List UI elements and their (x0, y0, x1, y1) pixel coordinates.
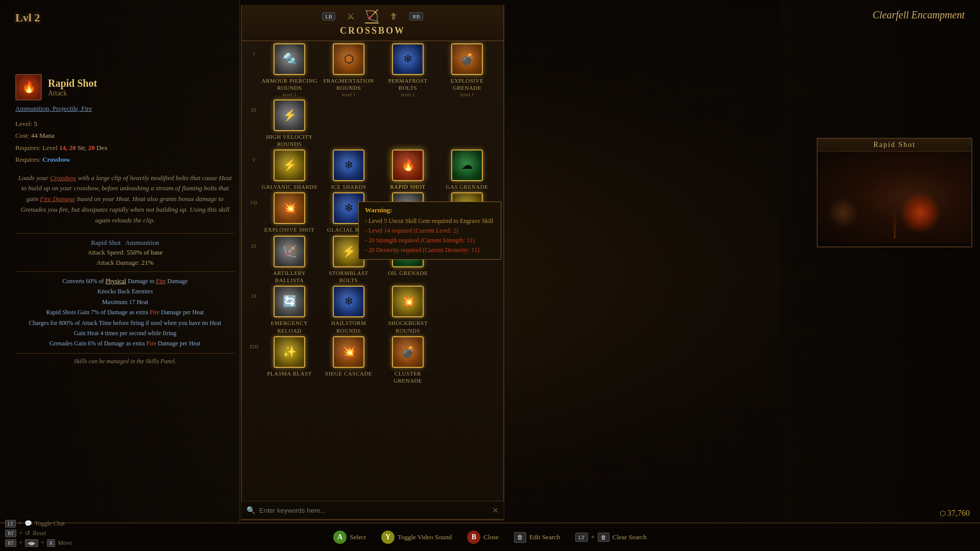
node-explosive-shot[interactable]: 💥 Explosive Shot (261, 192, 317, 233)
node-icon-rapid-shot: 🔥 (392, 149, 424, 181)
node-sublabel-armour-piercing: level 1 (283, 92, 297, 97)
node-label-artillery-ballista: Artillery Ballista (261, 269, 317, 284)
skill-name-block: Rapid Shot Attack (48, 78, 97, 97)
warning-item-3: - 20 Strength required (Current Strength… (365, 236, 495, 245)
character-silhouette (894, 208, 895, 238)
node-label-permafrost: Permafrost Bolts (380, 77, 436, 92)
stat-attack-damage: Attack Damage: 21% (15, 258, 235, 268)
tree-content[interactable]: I 🔩 Armour Piercing Rounds level 1 ⬡ Fra… (242, 41, 503, 517)
skill-tags: Ammunition, Projectile, Fire (15, 105, 235, 113)
toggle-chat-label: Toggle Chat (35, 520, 65, 528)
node-icon-emergency-reload: 🔄 (274, 286, 305, 317)
stat-attack-speed: Attack Speed: 550% of base (15, 247, 235, 258)
trash-icon: 🗑 (514, 532, 526, 543)
b-button[interactable]: B (467, 531, 480, 544)
node-label-galvanic-shards: Galvanic Shards (262, 183, 317, 190)
stat-grenades: Grenades Gain 6% of Damage as extra Fire… (15, 338, 235, 348)
node-emergency-reload[interactable]: 🔄 Emergency Reload (261, 286, 317, 334)
right-panel-bg (781, 0, 980, 551)
currency-display: ⬡ 37,760 (940, 509, 970, 518)
location-name: Clearfell Encampment (872, 9, 965, 21)
node-icon-hailstorm-rounds: ❄ (333, 286, 364, 317)
skill-panel: 🔥 Rapid Shot Attack Ammunition, Projecti… (15, 74, 235, 365)
close-label: Close (483, 533, 499, 541)
row-level-11: XI (246, 286, 261, 299)
row-level-7: VII (246, 192, 261, 206)
node-siege-cascade[interactable]: 💥 Siege Cascade (321, 336, 377, 385)
node-plasma-blast[interactable]: ✨ Plasma Blast (261, 336, 317, 385)
node-gas-grenade[interactable]: ☁ Gas Grenade (439, 149, 495, 190)
toggle-chat-control: LT + 💬 Toggle Chat (5, 520, 72, 528)
node-explosive-grenade-t1[interactable]: 💣 Explosive Grenade level 1 (439, 43, 495, 97)
skills-row-3: ⚡ High Velocity Rounds (261, 99, 499, 148)
reset-control: RT + ↺ Reset (5, 530, 72, 537)
node-icon-gas-grenade: ☁ (451, 149, 483, 181)
row-level-9: IX (246, 236, 261, 249)
panel-header: LB ⚔ 🏹 🗡 RB CROSSBOW (242, 5, 503, 41)
move-control: RT + ◀▶ + R Move (5, 539, 72, 547)
node-high-velocity[interactable]: ⚡ High Velocity Rounds (261, 99, 317, 148)
reset-icon: ↺ (25, 530, 30, 537)
node-label-plasma-blast: Plasma Blast (267, 370, 312, 377)
action-edit-search[interactable]: 🗑 Edit Search (514, 532, 560, 543)
skill-icon: 🔥 (15, 74, 42, 101)
node-icon-siege-cascade: 💥 (333, 336, 364, 368)
node-icon-explosive-grenade-t1: 💣 (451, 43, 483, 75)
node-shockburst-rounds[interactable]: 💥 Shockburst Rounds (380, 286, 436, 334)
level-indicator: Lvl 2 (15, 11, 40, 24)
skill-type: Attack (48, 89, 97, 97)
warning-tooltip: Warning: - Level 5 Uncut Skill Gem requi… (358, 202, 501, 260)
search-bar[interactable]: 🔍 ✕ (241, 501, 504, 519)
node-permafrost[interactable]: ❄ Permafrost Bolts level 1 (380, 43, 436, 97)
node-rapid-shot[interactable]: 🔥 Rapid Shot (380, 149, 436, 190)
node-fragmentation[interactable]: ⬡ Fragmentation Rounds level 1 (321, 43, 377, 97)
node-icon-ice-shards: ❄ (333, 149, 364, 181)
node-label-stormblast-bolts: Stormblast Bolts (321, 269, 377, 284)
search-clear-button[interactable]: ✕ (492, 506, 499, 515)
a-button[interactable]: A (333, 531, 347, 544)
stat-knockback: Knocks Back Enemies (15, 286, 235, 296)
action-select[interactable]: A Select (333, 531, 366, 544)
action-toggle-video[interactable]: Y Toggle Video Sound (381, 531, 452, 544)
node-hailstorm-rounds[interactable]: ❄ Hailstorm Rounds (321, 286, 377, 334)
warning-title: Warning: (365, 206, 495, 214)
action-clear-search[interactable]: LT + 🗑 Clear Search (575, 533, 647, 542)
node-label-explosive-grenade-t1: Explosive Grenade (439, 77, 495, 92)
header-nav: LB ⚔ 🏹 🗡 RB (246, 9, 499, 23)
search-input[interactable] (259, 507, 488, 514)
header-icon2: 🗡 (389, 11, 398, 22)
preview-title: Rapid Shot (818, 139, 971, 152)
row-level-3: III (246, 99, 261, 113)
node-icon-galvanic-shards: ⚡ (274, 149, 305, 181)
reset-label: Reset (33, 530, 46, 537)
chat-icon: 💬 (24, 520, 32, 528)
node-label-explosive-shot: Explosive Shot (264, 226, 314, 233)
node-artillery-ballista[interactable]: 🏹 Artillery Ballista (261, 236, 317, 284)
stat-block: Rapid Shot Ammunition Attack Speed: 550%… (15, 238, 235, 268)
rb-button[interactable]: RB (409, 12, 423, 20)
tree-row-3: III ⚡ High Velocity Rounds Warning: - Le… (246, 99, 499, 148)
lt-btn: LT (5, 520, 16, 528)
preview-image (818, 152, 971, 243)
node-label-siege-cascade: Siege Cascade (325, 370, 372, 377)
node-icon-explosive-shot: 💥 (274, 192, 305, 224)
y-button[interactable]: Y (381, 531, 395, 544)
node-icon-artillery-ballista: 🏹 (274, 236, 305, 267)
lb-button[interactable]: LB (322, 12, 335, 20)
node-galvanic-shards[interactable]: ⚡ Galvanic Shards (261, 149, 317, 190)
currency-value: 37,760 (947, 509, 970, 517)
node-label-armour-piercing: Armour Piercing Rounds (261, 77, 317, 92)
node-icon-permafrost: ❄ (392, 43, 424, 75)
skill-stats: Level: 5 Cost: 44 Mana Requires: Level 1… (15, 118, 235, 166)
node-label-emergency-reload: Emergency Reload (261, 319, 317, 334)
action-close[interactable]: B Close (467, 531, 499, 544)
node-armour-piercing[interactable]: 🔩 Armour Piercing Rounds level 1 (261, 43, 317, 97)
skill-requires-level: Requires: Level 14, 20 Str, 20 Dex (15, 142, 235, 154)
toggle-video-label: Toggle Video Sound (398, 533, 452, 541)
node-ice-shards[interactable]: ❄ Ice Shards (321, 149, 377, 190)
skill-cost-row: Cost: 44 Mana (15, 130, 235, 141)
node-cluster-grenade[interactable]: 💣 Cluster Grenade (380, 336, 436, 385)
skills-row-11: 🔄 Emergency Reload ❄ Hailstorm Rounds 💥 … (261, 286, 499, 334)
tree-row-5: V ⚡ Galvanic Shards ❄ Ice Shards 🔥 (246, 149, 499, 190)
tree-row-13: XIII ✨ Plasma Blast 💥 Siege Cascade (246, 336, 499, 385)
